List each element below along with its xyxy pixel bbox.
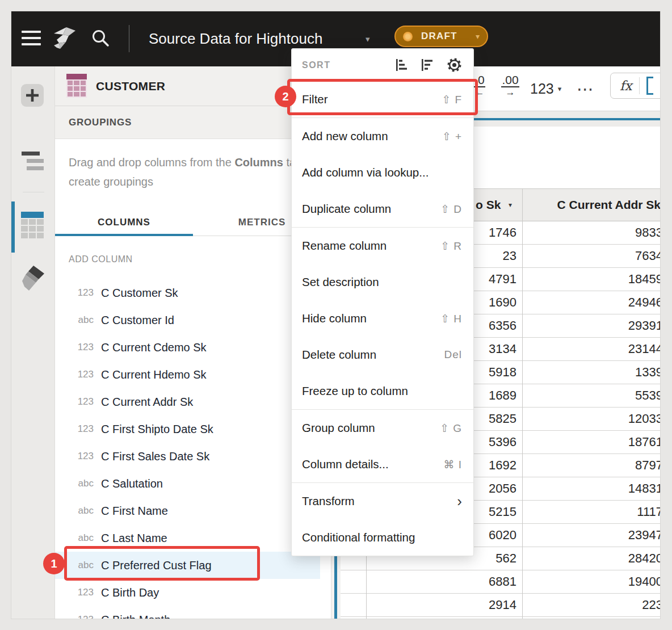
hamburger-menu-icon[interactable] — [22, 31, 41, 49]
tab-columns[interactable]: COLUMNS — [55, 209, 193, 236]
column-list-item[interactable]: abcC Last Name — [55, 524, 320, 552]
column-header-hdemo-sk[interactable]: o Sk — [476, 189, 501, 221]
cell-hdemo-sk: 6881 — [366, 570, 516, 593]
menu-item-shortcut: Del — [444, 348, 462, 361]
column-list-item[interactable]: abcC Preferred Cust Flag — [55, 552, 320, 579]
header-caret-icon[interactable]: ▾ — [509, 189, 512, 221]
column-list-item[interactable]: 123C Birth Month — [55, 606, 320, 619]
add-element-button[interactable] — [21, 84, 44, 107]
menu-item-add-column-via-lookup[interactable]: Add column via lookup... — [292, 154, 473, 191]
column-list-item[interactable]: abcC First Name — [55, 497, 320, 524]
table-row[interactable]: 2694273 — [341, 617, 660, 619]
menu-item-delete-column[interactable]: Delete columnDel — [292, 337, 473, 373]
sort-settings-gear-icon[interactable] — [446, 56, 463, 74]
groupings-hint: Drag and drop columns from the Columns t… — [69, 153, 316, 191]
column-name: C Preferred Cust Flag — [101, 559, 212, 572]
column-list-item[interactable]: abcC Salutation — [55, 470, 320, 497]
selected-column-indicator — [334, 552, 337, 619]
table-grid-line — [522, 188, 523, 619]
cell-current-addr-sk: 18761 — [528, 431, 660, 453]
formula-bar[interactable]: fx — [610, 73, 660, 99]
menu-item-conditional-formatting[interactable]: Conditional formatting — [292, 519, 473, 556]
search-icon[interactable] — [91, 28, 110, 50]
column-list-item[interactable]: 123C Current Addr Sk — [55, 388, 320, 415]
menu-item-rename-column[interactable]: Rename column⇧ R — [292, 228, 473, 264]
column-list-item[interactable]: abcC Customer Id — [55, 306, 320, 334]
draft-status-button[interactable]: DRAFT ▾ — [394, 26, 488, 47]
draft-dot-icon — [403, 32, 413, 41]
menu-item-shortcut: ⇧ H — [440, 312, 462, 325]
menu-item-hide-column[interactable]: Hide column⇧ H — [292, 300, 473, 337]
formula-selection-bracket — [646, 77, 653, 95]
cell-current-addr-sk: 1339 — [528, 361, 660, 383]
cell-hdemo-sk: 2914 — [366, 594, 516, 616]
app-window: Source Data for Hightouch ▾ DRAFT ▾ — [11, 11, 660, 619]
column-type-badge: abc — [63, 560, 94, 571]
cell-current-addr-sk: 23144 — [528, 338, 660, 360]
menu-item-column-details[interactable]: Column details...⌘ I — [292, 446, 473, 482]
column-type-badge: abc — [63, 478, 94, 489]
menu-item-label: Hide column — [302, 312, 367, 325]
number-format-dropdown[interactable]: 123 ▾ — [530, 66, 561, 111]
sort-descending-icon[interactable] — [420, 58, 434, 72]
groupings-section-header: GROUPINGS — [55, 106, 331, 139]
cell-current-addr-sk: 14831 — [528, 477, 660, 499]
menu-item-label: Conditional formatting — [302, 531, 415, 544]
column-list-item[interactable]: 123C Current Hdemo Sk — [55, 361, 320, 388]
source-name: CUSTOMER — [96, 66, 165, 106]
menu-item-label: Add new column — [302, 129, 388, 143]
column-list-item[interactable]: 123C Current Cdemo Sk — [55, 334, 320, 361]
column-name: C Birth Day — [101, 586, 159, 599]
cell-current-addr-sk: 28420 — [528, 547, 660, 569]
more-options-button[interactable]: ⋯ — [577, 66, 595, 111]
fx-icon: fx — [620, 78, 632, 93]
column-header-current-addr-sk[interactable]: C Current Addr Sk — [528, 189, 660, 221]
menu-item-filter[interactable]: Filter⇧ F — [292, 81, 473, 117]
cell-current-addr-sk: 8797 — [528, 454, 660, 476]
menu-item-add-new-column[interactable]: Add new column⇧ + — [292, 118, 473, 154]
column-name: C Birth Month — [101, 614, 170, 619]
column-name: C First Sales Date Sk — [101, 450, 209, 463]
sort-ascending-icon[interactable] — [394, 58, 408, 72]
menu-item-label: Column details... — [302, 457, 389, 471]
format-paintbrush-icon[interactable] — [21, 265, 45, 295]
column-name: C Last Name — [101, 532, 167, 545]
element-side-panel: CUSTOMER GROUPINGS Drag and drop columns… — [55, 66, 331, 619]
menu-item-group-column[interactable]: Group column⇧ G — [292, 410, 473, 446]
table-row[interactable]: 688119400 — [341, 570, 660, 594]
column-name: C Current Hdemo Sk — [101, 368, 207, 381]
table-row[interactable]: 2914223 — [341, 594, 660, 617]
menu-item-set-description[interactable]: Set description — [292, 264, 473, 300]
left-rail — [11, 66, 55, 619]
column-list-item[interactable]: 123C First Shipto Date Sk — [55, 415, 320, 443]
column-type-badge: abc — [63, 314, 94, 326]
column-list-item[interactable]: 123C Customer Sk — [55, 279, 320, 306]
right-arrow-icon: → — [496, 87, 524, 98]
menu-item-shortcut: ⇧ G — [440, 422, 462, 435]
cell-current-addr-sk: 7634 — [528, 245, 660, 267]
plus-icon — [26, 89, 39, 102]
increase-decimal-button[interactable]: .00 → — [496, 74, 524, 98]
cell-current-addr-sk: 9833 — [528, 221, 660, 243]
column-name: C Salutation — [101, 477, 163, 490]
sort-row: SORT — [292, 49, 473, 81]
menu-item-freeze-up-to-column[interactable]: Freeze up to column — [292, 373, 473, 409]
column-type-badge: abc — [63, 532, 94, 544]
column-name: C Customer Sk — [101, 287, 178, 300]
annotation-step-1-badge: 1 — [43, 553, 65, 574]
formula-bar-divider — [639, 77, 640, 94]
column-type-badge: 123 — [63, 587, 94, 598]
column-name: C Customer Id — [101, 314, 174, 327]
column-list-item[interactable]: 123C First Sales Date Sk — [55, 443, 320, 470]
add-column-label[interactable]: ADD COLUMN — [69, 254, 133, 264]
sigma-logo-icon[interactable] — [52, 26, 77, 52]
panel-tabs: COLUMNS METRICS — [55, 209, 331, 236]
menu-item-duplicate-column[interactable]: Duplicate column⇧ D — [292, 191, 473, 227]
submenu-chevron-icon: › — [457, 494, 462, 509]
menu-item-transform[interactable]: Transform› — [292, 483, 473, 519]
element-panel-table-icon[interactable] — [21, 212, 44, 238]
column-type-badge: 123 — [63, 451, 94, 462]
menu-item-label: Rename column — [302, 239, 387, 253]
column-name: C Current Addr Sk — [101, 396, 193, 409]
column-list-item[interactable]: 123C Birth Day — [55, 579, 320, 606]
